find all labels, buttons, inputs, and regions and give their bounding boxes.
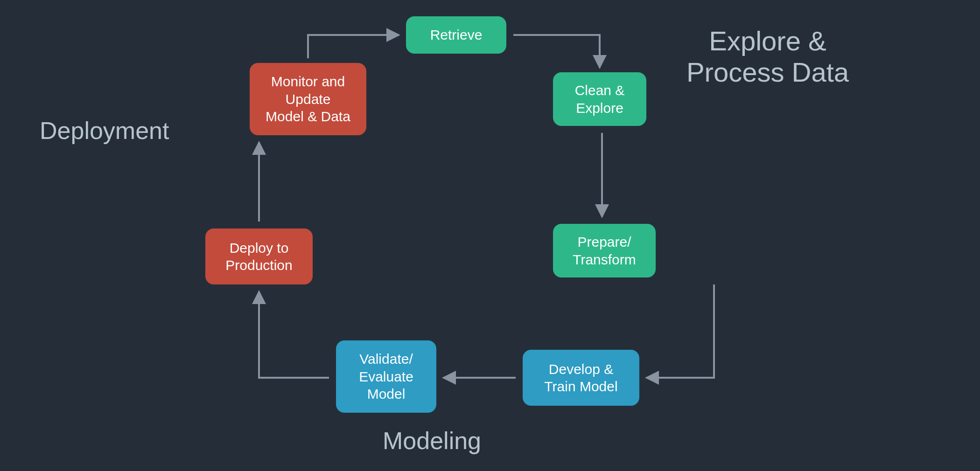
node-retrieve: Retrieve xyxy=(406,16,506,54)
arrow-validate-to-deploy xyxy=(259,291,329,378)
arrow-monitor-to-retrieve xyxy=(308,35,399,58)
arrow-prepare-to-develop xyxy=(646,284,714,378)
diagram-stage: Explore &Process Data Modeling Deploymen… xyxy=(0,0,980,471)
section-label-deployment: Deployment xyxy=(40,117,169,145)
arrow-retrieve-to-clean xyxy=(513,35,600,68)
node-deploy-production: Deploy toProduction xyxy=(205,229,313,284)
node-prepare-transform: Prepare/Transform xyxy=(553,224,656,277)
section-label-explore: Explore &Process Data xyxy=(660,26,875,88)
node-clean-explore: Clean &Explore xyxy=(553,72,646,126)
node-monitor-update: Monitor andUpdateModel & Data xyxy=(250,63,366,135)
node-validate-evaluate: Validate/EvaluateModel xyxy=(336,340,436,413)
section-label-modeling: Modeling xyxy=(383,427,481,455)
node-develop-train: Develop &Train Model xyxy=(523,350,639,406)
